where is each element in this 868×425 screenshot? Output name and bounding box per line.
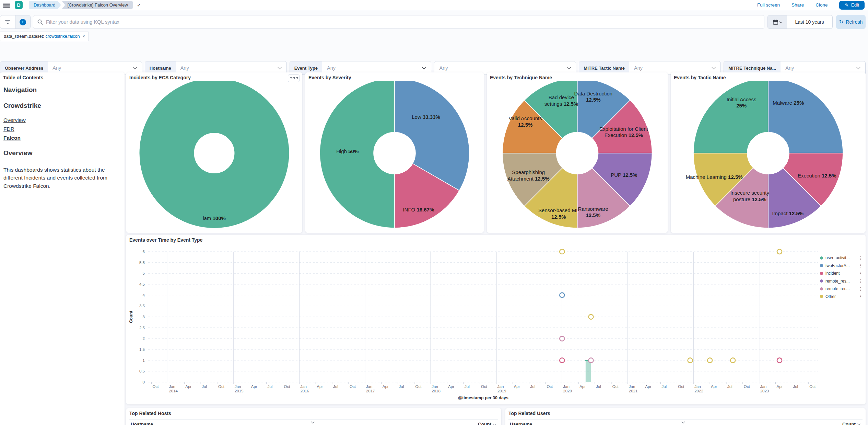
add-filter-button[interactable]: + (15, 15, 31, 28)
legend-item-menu-icon[interactable]: ⋮ (858, 294, 863, 299)
menu-icon[interactable] (3, 3, 10, 8)
svg-text:Jul: Jul (399, 384, 404, 389)
breadcrumb-current[interactable]: [Crowdstrike] Falcon Overview (62, 1, 133, 9)
svg-text:Jul: Jul (333, 384, 338, 389)
svg-text:6: 6 (143, 250, 145, 254)
bar (586, 360, 591, 382)
svg-text:3: 3 (143, 315, 145, 319)
events-over-time-chart: 00.511.522.533.544.555.56OctJan2014AprJu… (126, 235, 866, 404)
legend-item[interactable]: user_activit...⋮ (820, 254, 863, 262)
column-header-count[interactable]: Count (842, 422, 860, 425)
clone-button[interactable]: Clone (816, 2, 828, 8)
kql-search-input[interactable] (46, 19, 760, 25)
legend-item[interactable]: remote_res...⋮ (820, 277, 863, 285)
panel-title: Table of Contents (3, 75, 43, 80)
pie-slice[interactable] (320, 81, 395, 228)
toc-description: This dashboards shows statistics about t… (3, 166, 120, 190)
panel-title: Events by Technique Name (490, 75, 552, 80)
control-value: Any (48, 65, 133, 71)
calendar-button[interactable] (768, 15, 787, 28)
legend-item[interactable]: remote_res...⋮ (820, 285, 863, 293)
check-icon: ✓ (137, 2, 141, 8)
remove-filter-icon[interactable]: × (82, 34, 85, 39)
chevron-down-icon (857, 422, 861, 425)
legend-swatch (820, 256, 823, 260)
sort-chevron[interactable] (682, 422, 684, 423)
legend-item-menu-icon[interactable]: ⋮ (858, 255, 863, 261)
panel-incidents-by-ecs-category: Incidents by ECS Category iam 100% (126, 72, 302, 233)
pie-slice[interactable] (768, 81, 843, 153)
svg-text:Oct: Oct (809, 384, 816, 389)
svg-text:3.5: 3.5 (139, 304, 145, 308)
toc-link-fdr[interactable]: FDR (3, 126, 120, 132)
column-header-username[interactable]: Username (510, 422, 532, 425)
time-range-value[interactable]: Last 10 years (787, 19, 832, 25)
svg-text:Jan: Jan (760, 384, 767, 389)
svg-text:2021: 2021 (629, 389, 638, 393)
legend-label: remote_res... (825, 279, 856, 284)
svg-text:Oct: Oct (744, 384, 750, 389)
pie-slice[interactable] (693, 81, 768, 153)
panel-title: Events by Tactic Name (674, 75, 726, 80)
svg-text:Apr: Apr (448, 384, 454, 389)
svg-text:Jan: Jan (366, 384, 373, 389)
space-avatar[interactable]: D (15, 1, 23, 9)
panel-events-by-severity: Events by Severity Low 33.33%INFO 16.67%… (305, 72, 484, 233)
column-header-hostname[interactable]: Hostname (131, 422, 153, 425)
filter-pill[interactable]: data_stream.dataset: crowdstrike.falcon … (0, 32, 89, 41)
legend-swatch (820, 295, 823, 298)
legend-item-menu-icon[interactable]: ⋮ (858, 286, 863, 291)
svg-text:5.5: 5.5 (139, 261, 145, 265)
control-value: Any (322, 65, 423, 71)
sort-chevron[interactable] (312, 422, 314, 423)
panel-title: Events over Time by Event Type (129, 237, 202, 243)
legend-item[interactable]: Other⋮ (820, 293, 863, 301)
svg-text:2018: 2018 (432, 389, 441, 393)
panel-title: Top Related Hosts (129, 411, 171, 416)
legend-swatch (820, 279, 823, 283)
svg-text:Count: Count (129, 310, 133, 323)
legend-item-menu-icon[interactable]: ⋮ (858, 263, 863, 268)
data-point (589, 314, 594, 319)
legend-swatch (820, 287, 823, 290)
filter-pill-field: data_stream.dataset: (4, 34, 44, 39)
data-point (707, 358, 712, 363)
svg-text:Oct: Oct (678, 384, 684, 389)
panel-title: Incidents by ECS Category (129, 75, 191, 80)
chevron-down-icon (493, 422, 496, 425)
svg-text:4: 4 (143, 293, 145, 297)
panel-events-by-technique-name: Events by Technique Name Data Destructio… (487, 72, 668, 233)
query-area: + Last 10 years ↻ Ref (0, 10, 868, 70)
chart-legend: user_activit...⋮twoFactorA...⋮incident⋮r… (820, 254, 863, 300)
edit-button[interactable]: ✎ Edit (839, 1, 865, 10)
svg-text:@timestamp per 30 days: @timestamp per 30 days (458, 395, 508, 400)
share-button[interactable]: Share (791, 2, 804, 8)
legend-item[interactable]: twoFactorA...⋮ (820, 262, 863, 270)
chevron-down-icon (567, 65, 571, 69)
legend-item-menu-icon[interactable]: ⋮ (858, 278, 863, 284)
refresh-button[interactable]: ↻ Refresh (836, 15, 866, 29)
legend-item-menu-icon[interactable]: ⋮ (858, 271, 863, 276)
data-point (730, 358, 735, 363)
legend-item[interactable]: incident⋮ (820, 269, 863, 277)
toc-link-falcon[interactable]: Falcon (3, 135, 120, 141)
data-point (589, 358, 594, 363)
svg-text:2: 2 (143, 336, 145, 341)
chevron-down-icon (856, 65, 860, 69)
top-header: D Dashboard [Crowdstrike] Falcon Overvie… (0, 0, 868, 10)
saved-query-filter-button[interactable] (0, 15, 15, 28)
svg-text:Apr: Apr (251, 384, 257, 389)
toc-link-overview[interactable]: Overview (3, 117, 120, 123)
svg-text:Jan: Jan (497, 384, 504, 389)
svg-text:Apr: Apr (711, 384, 717, 389)
panel-title: Events by Severity (308, 75, 351, 80)
full-screen-button[interactable]: Full screen (757, 2, 780, 8)
column-header-count[interactable]: Count (478, 422, 496, 425)
pie-slice[interactable] (167, 106, 262, 201)
svg-text:Apr: Apr (317, 384, 323, 389)
legend-label: remote_res... (825, 286, 856, 291)
svg-text:Apr: Apr (645, 384, 652, 389)
svg-text:Jul: Jul (793, 384, 798, 389)
breadcrumb-dashboard[interactable]: Dashboard (29, 1, 61, 9)
svg-text:2023: 2023 (760, 389, 769, 393)
